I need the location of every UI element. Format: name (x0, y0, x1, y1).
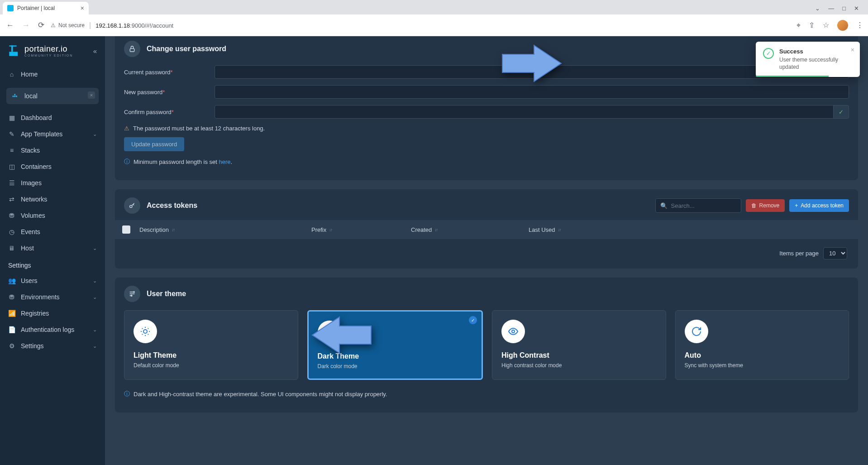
security-label: Not secure (58, 22, 85, 29)
password-info-link[interactable]: here (219, 158, 231, 165)
window-controls: ⌄ — □ ✕ (815, 5, 865, 14)
warning-icon: ⚠ (124, 125, 129, 132)
toast-close-icon[interactable]: × (851, 46, 854, 53)
url-display[interactable]: 192.168.1.18:9000/#!/account (95, 21, 173, 29)
sidebar-item-label: Events (21, 228, 40, 235)
docker-icon (12, 93, 20, 99)
sidebar-item-registries[interactable]: 📶Registries (0, 305, 105, 321)
maximize-icon[interactable]: □ (842, 5, 846, 12)
tokens-search-input[interactable]: 🔍 Search... (655, 198, 741, 213)
sidebar-item-dashboard[interactable]: ▦Dashboard (0, 110, 105, 126)
sidebar-item-volumes[interactable]: ⛃Volumes (0, 207, 105, 224)
svg-point-12 (512, 330, 515, 333)
column-description[interactable]: Description↓↑ (139, 226, 302, 233)
sidebar-item-environments[interactable]: ⛃Environments⌄ (0, 289, 105, 305)
environment-selector[interactable]: local × (6, 88, 99, 104)
column-prefix[interactable]: Prefix↓↑ (311, 226, 402, 233)
share-icon: ⇄ (8, 196, 15, 203)
profile-avatar-icon[interactable] (837, 20, 848, 31)
sidebar-item-authentication-logs[interactable]: 📄Authentication logs⌄ (0, 321, 105, 338)
sidebar-item-settings[interactable]: ⚙Settings⌄ (0, 338, 105, 354)
sidebar-item-events[interactable]: ◷Events (0, 224, 105, 240)
select-all-checkbox[interactable] (122, 225, 130, 234)
close-window-icon[interactable]: ✕ (854, 5, 859, 12)
env-close-icon[interactable]: × (88, 91, 95, 99)
svg-point-11 (143, 330, 147, 333)
tokens-panel-title: Access tokens (147, 201, 197, 210)
sidebar-item-images[interactable]: ☰Images (0, 175, 105, 191)
password-panel-title: Change user password (147, 45, 226, 53)
selected-check-icon: ✓ (469, 316, 477, 324)
browser-tab[interactable]: Portainer | local × (3, 2, 89, 14)
chevron-down-icon: ⌄ (93, 131, 97, 137)
column-created[interactable]: Created↓↑ (411, 226, 520, 233)
annotation-arrow-icon (308, 312, 376, 358)
sidebar-settings-heading: Settings (0, 256, 105, 273)
theme-desc: Default color mode (134, 362, 289, 369)
sidebar-item-label: Networks (21, 196, 47, 203)
theme-card-auto[interactable]: Auto Sync with system theme (675, 310, 849, 380)
kebab-menu-icon[interactable]: ⋮ (856, 21, 863, 29)
theme-card-high-contrast[interactable]: High Contrast High contrast color mode (492, 310, 666, 380)
edit-icon: ✎ (8, 130, 15, 138)
add-token-button[interactable]: + Add access token (789, 199, 849, 212)
confirm-password-input[interactable] (215, 105, 834, 119)
remove-token-button[interactable]: 🗑 Remove (746, 199, 785, 212)
sidebar-item-label: Users (21, 277, 38, 284)
sidebar-collapse-icon[interactable]: « (93, 47, 97, 55)
chevron-down-icon: ⌄ (93, 278, 97, 284)
reload-icon[interactable]: ⟳ (36, 19, 46, 32)
update-password-button[interactable]: Update password (124, 137, 184, 151)
svg-rect-3 (13, 96, 14, 97)
password-hint: The password must be at least 12 charact… (133, 125, 265, 132)
sidebar-item-users[interactable]: 👥Users⌄ (0, 273, 105, 289)
sidebar-item-containers[interactable]: ◫Containers (0, 158, 105, 175)
env-icon: ⛃ (8, 293, 15, 301)
info-icon: ⓘ (124, 390, 130, 398)
app-logo[interactable]: portainer.io COMMUNITY EDITION (8, 44, 73, 57)
minimize-icon[interactable]: — (828, 5, 834, 12)
logo-edition: COMMUNITY EDITION (24, 54, 73, 57)
sidebar-item-label: Settings (21, 342, 44, 350)
home-icon: ⌂ (8, 71, 15, 78)
theme-card-light[interactable]: Light Theme Default color mode (124, 310, 298, 380)
theme-panel-title: User theme (147, 290, 186, 298)
confirm-check-icon: ✓ (834, 105, 849, 119)
sidebar-item-label: Images (21, 179, 42, 187)
new-password-label: New password* (124, 89, 215, 96)
browser-tab-bar: Portainer | local × ⌄ — □ ✕ (0, 0, 868, 14)
eye-icon (501, 320, 525, 343)
security-indicator[interactable]: ⚠ Not secure (51, 22, 85, 29)
list-icon: ☰ (8, 179, 15, 187)
back-icon[interactable]: ← (5, 19, 16, 32)
plus-icon: + (795, 202, 798, 209)
sidebar-item-label: Home (21, 71, 38, 78)
environment-name: local (24, 92, 38, 100)
sidebar-item-home[interactable]: ⌂ Home (0, 66, 105, 82)
portainer-logo-icon (8, 44, 21, 57)
tab-close-icon[interactable]: × (81, 5, 84, 12)
sun-icon (134, 320, 157, 343)
tokens-table-header: Description↓↑ Prefix↓↑ Created↓↑ Last Us… (115, 220, 858, 239)
tab-favicon-icon (7, 5, 14, 11)
clock-icon: ◷ (8, 228, 15, 235)
file-icon: 📄 (8, 326, 15, 333)
star-icon[interactable]: ☆ (823, 21, 829, 29)
sidebar-item-host[interactable]: 🖥Host⌄ (0, 240, 105, 256)
column-last-used[interactable]: Last Used↓↑ (529, 226, 851, 233)
sidebar-item-networks[interactable]: ⇄Networks (0, 191, 105, 207)
layers-icon: ≡ (8, 147, 15, 154)
sidebar-item-label: Stacks (21, 147, 40, 154)
sidebar-item-stacks[interactable]: ≡Stacks (0, 142, 105, 158)
sidebar-item-app-templates[interactable]: ✎App Templates⌄ (0, 126, 105, 142)
sidebar-item-label: Dashboard (21, 114, 52, 121)
items-per-page-select[interactable]: 10 (823, 247, 847, 259)
new-password-input[interactable] (215, 85, 849, 99)
theme-name: Auto (685, 351, 840, 360)
share-icon[interactable]: ⇪ (809, 21, 815, 29)
key-icon[interactable]: ⌖ (796, 21, 801, 29)
chevron-down-icon[interactable]: ⌄ (815, 5, 820, 12)
sidebar-item-label: Volumes (21, 212, 45, 219)
box-icon: ◫ (8, 163, 15, 170)
theme-desc: Dark color mode (318, 363, 473, 369)
